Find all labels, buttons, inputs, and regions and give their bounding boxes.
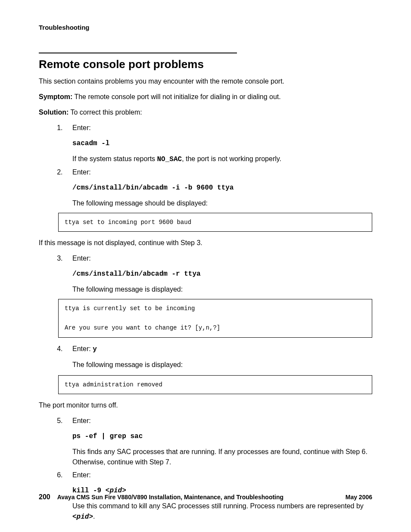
step-1-after-code: NO_SAC — [157, 156, 182, 163]
step-5-command: ps -ef | grep sac — [72, 431, 372, 442]
step-1-after-b: , the port is not working properly. — [182, 155, 281, 162]
step-1-lead: Enter: — [72, 123, 372, 133]
step-4-input: y — [93, 345, 97, 353]
step-2-after: The following message should be displaye… — [72, 198, 372, 208]
step-4-lead: Enter: — [72, 345, 93, 352]
symptom-paragraph: Symptom: The remote console port will no… — [39, 92, 372, 102]
page-number: 200 — [39, 493, 50, 501]
step-6-lead: Enter: — [72, 470, 372, 480]
step-6-after-pid: <pid> — [72, 513, 93, 521]
footer-title: Avaya CMS Sun Fire V880/V890 Installatio… — [57, 494, 346, 501]
code-block-2: ttya is currently set to be incoming Are… — [58, 299, 372, 337]
step-6-after-b: . — [93, 513, 95, 520]
body: This section contains problems you may e… — [39, 76, 372, 522]
footer-date: May 2006 — [346, 494, 372, 501]
code-block-3: ttya administration removed — [58, 375, 372, 394]
step-3-after: The following message is displayed: — [72, 284, 372, 295]
step-3: Enter: /cms/install/bin/abcadm -r ttya T… — [65, 253, 372, 295]
steps-list-cont-4: Enter: y The following message is displa… — [65, 344, 372, 370]
page: Troubleshooting Remote console port prob… — [0, 0, 411, 532]
step-5: Enter: ps -ef | grep sac This finds any … — [65, 416, 372, 467]
steps-list-cont-3: Enter: /cms/install/bin/abcadm -r ttya T… — [65, 253, 372, 295]
step-2-lead: Enter: — [72, 167, 372, 177]
section-rule — [39, 53, 237, 53]
step-1-after: If the system status reports NO_SAC, the… — [72, 154, 372, 165]
step-2: Enter: /cms/install/bin/abcadm -i -b 960… — [65, 167, 372, 208]
step-4: Enter: y The following message is displa… — [65, 344, 372, 370]
steps-list-cont-5: Enter: ps -ef | grep sac This finds any … — [65, 416, 372, 522]
step-6-after: Use this command to kill any SAC process… — [72, 501, 372, 522]
step-3-lead: Enter: — [72, 253, 372, 264]
step-4-lead-line: Enter: y — [72, 344, 372, 355]
step-2-command: /cms/install/bin/abcadm -i -b 9600 ttya — [72, 183, 372, 193]
step-1-command: sacadm -l — [72, 138, 372, 149]
step-1-after-a: If the system status reports — [72, 155, 157, 162]
solution-text: To correct this problem: — [68, 109, 142, 116]
steps-list: Enter: sacadm -l If the system status re… — [65, 123, 372, 208]
symptom-label: Symptom: — [39, 93, 72, 100]
step-5-lead: Enter: — [72, 416, 372, 426]
step-4-after: The following message is displayed: — [72, 360, 372, 370]
page-footer: 200 Avaya CMS Sun Fire V880/V890 Install… — [39, 493, 372, 501]
section-title: Remote console port problems — [39, 58, 372, 71]
step-5-after: This finds any SAC processes that are ru… — [72, 447, 372, 467]
step-1: Enter: sacadm -l If the system status re… — [65, 123, 372, 165]
step-6-after-a: Use this command to kill any SAC process… — [72, 502, 364, 510]
symptom-text: The remote console port will not initial… — [72, 93, 281, 100]
step-3-command: /cms/install/bin/abcadm -r ttya — [72, 269, 372, 279]
running-header: Troubleshooting — [39, 24, 372, 31]
after-block-3: The port monitor turns off. — [39, 400, 372, 411]
code-block-1: ttya set to incoming port 9600 baud — [58, 213, 372, 232]
solution-label: Solution: — [39, 109, 68, 116]
intro-paragraph: This section contains problems you may e… — [39, 76, 372, 87]
after-block-1: If this message is not displayed, contin… — [39, 238, 372, 248]
solution-paragraph: Solution: To correct this problem: — [39, 107, 372, 118]
